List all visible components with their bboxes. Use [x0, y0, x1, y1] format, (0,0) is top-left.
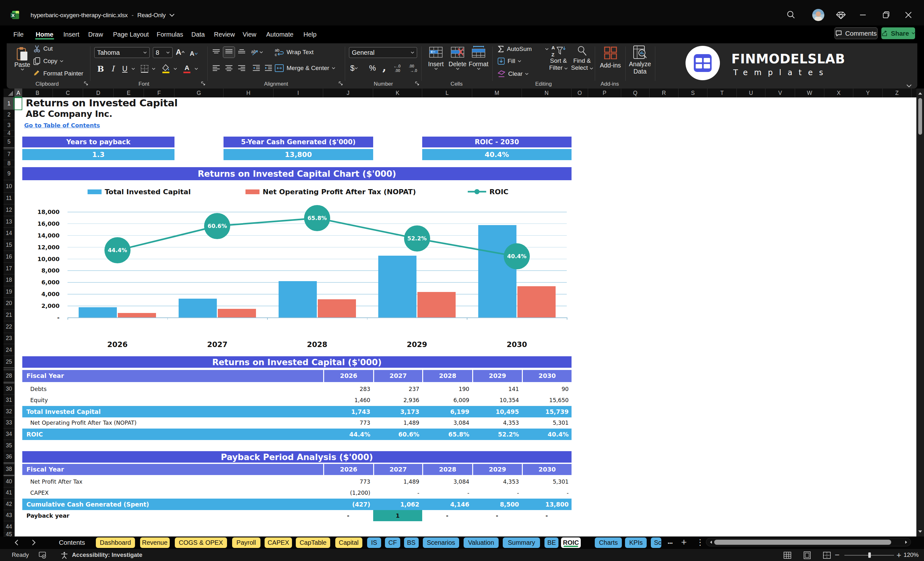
currency-button[interactable]: $	[350, 62, 365, 74]
zoom-level[interactable]: 120%	[904, 549, 919, 561]
decrease-decimal-button[interactable]: .00→.0	[408, 62, 422, 74]
sheet-tab-cogs-opex[interactable]: COGS & OPEX	[175, 537, 227, 548]
column-header-A[interactable]: A	[15, 88, 22, 98]
menu-tab-review[interactable]: Review	[214, 30, 235, 39]
row-header-34[interactable]: 34	[3, 429, 14, 440]
row-header-21[interactable]: 21	[3, 309, 14, 321]
column-header-H[interactable]: H	[224, 88, 273, 98]
row-header-15[interactable]: 15	[3, 239, 14, 251]
file-mode[interactable]: Read-Only	[137, 12, 166, 19]
menu-tab-insert[interactable]: Insert	[63, 30, 79, 39]
orientation-button[interactable]: ab	[250, 46, 263, 58]
align-right-button[interactable]	[236, 62, 248, 74]
display-settings-icon[interactable]	[39, 552, 47, 558]
font-color-dropdown[interactable]	[193, 63, 200, 75]
column-header-G[interactable]: G	[174, 88, 224, 98]
fill-button[interactable]: Fill	[497, 57, 521, 66]
new-sheet-button[interactable]: +	[679, 538, 689, 546]
sheet-tab-captable[interactable]: CapTable	[296, 537, 330, 548]
number-dialog-launcher-icon[interactable]	[414, 81, 420, 86]
clear-button[interactable]: Clear	[497, 69, 528, 78]
avatar[interactable]	[812, 9, 824, 21]
table-of-contents-link[interactable]: Go to Table of Contents	[24, 121, 100, 129]
row-header-9[interactable]: 9	[3, 167, 14, 180]
row-header-7[interactable]: 7	[3, 149, 14, 160]
worksheet[interactable]: Returns on Invested Capital ABC Company …	[15, 98, 916, 537]
column-header-O[interactable]: O	[572, 88, 588, 98]
clipboard-dialog-launcher-icon[interactable]	[83, 81, 89, 86]
align-bottom-button[interactable]	[236, 46, 248, 58]
italic-button[interactable]: I	[107, 63, 118, 75]
decrease-indent-button[interactable]	[250, 62, 262, 74]
column-header-F[interactable]: F	[144, 88, 174, 98]
row-header-45[interactable]: 45	[3, 533, 14, 537]
row-header-16[interactable]: 16	[3, 251, 14, 262]
close-icon[interactable]	[902, 9, 915, 21]
column-header-B[interactable]: B	[22, 88, 53, 98]
comments-button[interactable]: Comments	[834, 27, 878, 39]
autosum-button[interactable]: AutoSum	[497, 45, 549, 54]
sheet-tab-roic[interactable]: ROIC	[561, 537, 581, 548]
row-header-30[interactable]: 30	[3, 383, 14, 395]
increase-indent-button[interactable]	[262, 62, 274, 74]
align-top-button[interactable]	[210, 46, 222, 58]
bold-button[interactable]: B	[95, 63, 106, 75]
menu-tab-formulas[interactable]: Formulas	[157, 30, 183, 39]
menu-tab-draw[interactable]: Draw	[88, 30, 103, 39]
read-only-chevron-icon[interactable]	[170, 14, 174, 17]
column-header-Y[interactable]: Y	[854, 88, 883, 98]
zoom-slider-thumb[interactable]	[868, 552, 871, 558]
row-header-25[interactable]: 25	[3, 356, 14, 368]
hscroll-right-icon[interactable]	[904, 540, 908, 544]
horizontal-scroll-thumb[interactable]	[714, 540, 891, 545]
paste-button[interactable]: Paste	[12, 46, 33, 70]
font-color-button[interactable]: A	[181, 63, 193, 75]
minimize-icon[interactable]	[857, 9, 869, 21]
copy-button[interactable]: Copy	[33, 57, 63, 65]
row-header-18[interactable]: 18	[3, 274, 14, 286]
row-header-4[interactable]: 4	[3, 130, 14, 136]
sheet-tab-contents[interactable]: Contents	[59, 537, 85, 548]
underline-dropdown[interactable]	[130, 63, 136, 75]
sheet-tab-capital[interactable]: Capital	[335, 537, 362, 548]
row-headers[interactable]: 1234578910111213141516171819202122232425…	[3, 98, 15, 537]
sheet-tab-summary[interactable]: Summary	[503, 537, 540, 548]
sheet-tab-bs[interactable]: BS	[404, 537, 419, 548]
row-header-5[interactable]: 5	[3, 136, 14, 147]
sheet-tab-capex[interactable]: CAPEX	[265, 537, 292, 548]
scroll-up-icon[interactable]	[918, 91, 923, 96]
number-format-combo[interactable]: General	[349, 47, 417, 58]
row-header-33[interactable]: 33	[3, 417, 14, 429]
font-size-combo[interactable]: 8	[153, 47, 172, 58]
add-ins-button[interactable]: Add-ins	[599, 45, 621, 69]
column-header-Z[interactable]: Z	[883, 88, 912, 98]
row-header-20[interactable]: 20	[3, 298, 14, 309]
zoom-out-button[interactable]: −	[834, 549, 841, 561]
zoom-in-button[interactable]: +	[896, 549, 902, 561]
sheet-tab-cf[interactable]: CF	[385, 537, 400, 548]
font-name-combo[interactable]: Tahoma	[94, 47, 150, 58]
column-header-U[interactable]: U	[737, 88, 765, 98]
column-header-K[interactable]: K	[373, 88, 422, 98]
premium-diamond-icon[interactable]	[835, 9, 847, 21]
column-header-R[interactable]: R	[650, 88, 678, 98]
search-icon[interactable]	[785, 9, 797, 21]
column-header-P[interactable]: P	[588, 88, 621, 98]
column-header-M[interactable]: M	[472, 88, 522, 98]
row-header-38[interactable]: 38	[3, 464, 14, 476]
grow-font-button[interactable]: A	[176, 46, 189, 58]
menu-tab-help[interactable]: Help	[303, 30, 316, 39]
sheet-tab-dashboard[interactable]: Dashboard	[96, 537, 135, 548]
more-sheets-button[interactable]: •••	[666, 539, 675, 547]
column-header-D[interactable]: D	[83, 88, 114, 98]
row-header-23[interactable]: 23	[3, 333, 14, 345]
insert-cells[interactable]: Insert	[425, 46, 446, 70]
format-cells[interactable]: Format	[468, 46, 489, 70]
align-center-button[interactable]	[223, 62, 235, 74]
font-dialog-launcher-icon[interactable]	[201, 81, 206, 86]
row-header-19[interactable]: 19	[3, 286, 14, 298]
sheet-tab-be[interactable]: BE	[544, 537, 558, 548]
format-painter-button[interactable]: Format Painter	[33, 69, 83, 78]
merge-center-button[interactable]: Merge & Center	[274, 62, 335, 74]
column-header-L[interactable]: L	[422, 88, 472, 98]
